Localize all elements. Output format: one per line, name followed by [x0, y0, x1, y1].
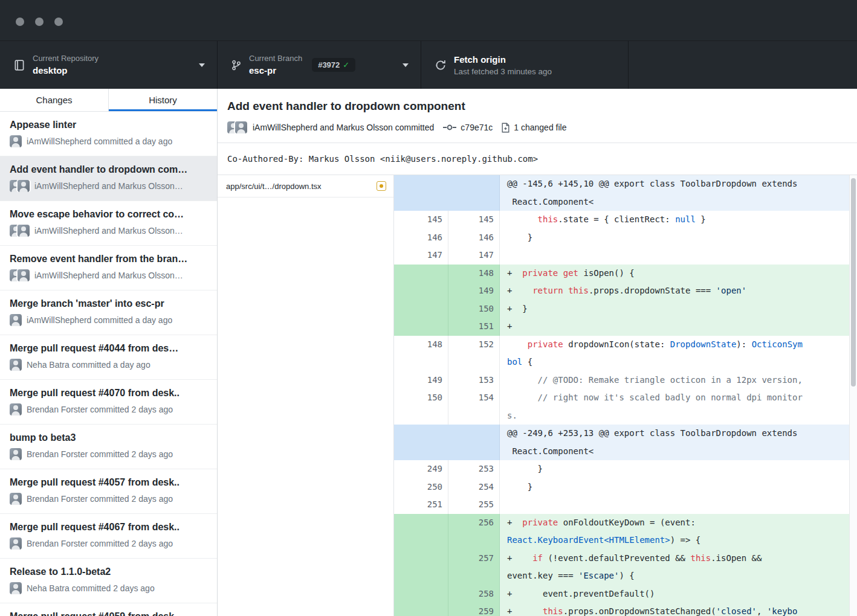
hunk-gutter	[394, 175, 500, 211]
diff-line-added: 149+ return this.props.dropdownState ===…	[394, 282, 857, 300]
old-line-number: 150	[394, 389, 448, 425]
history-commit-item[interactable]: Remove event handler from the bran…iAmWi…	[0, 246, 217, 290]
diff-line-added: 150+ }	[394, 300, 857, 318]
old-line-number	[394, 300, 448, 318]
tab-history[interactable]: History	[108, 89, 217, 111]
diff-line-context: 148152 private dropdownIcon(state: Dropd…	[394, 336, 857, 371]
diff-code: private dropdownIcon(state: DropdownStat…	[500, 336, 857, 371]
old-line-number: 148	[394, 336, 448, 371]
git-commit-icon	[442, 123, 457, 132]
history-commit-item[interactable]: Merge branch 'master' into esc-priAmWill…	[0, 290, 217, 335]
old-line-number: 250	[394, 478, 448, 496]
history-commit-item[interactable]: Merge pull request #4070 from desk..Bren…	[0, 380, 217, 425]
history-commit-item[interactable]: bump to beta3Brendan Forster committed 2…	[0, 425, 217, 469]
history-commit-item[interactable]: Release to 1.1.0-beta2Neha Batra committ…	[0, 559, 217, 603]
avatar	[18, 180, 30, 192]
changed-file-icon	[501, 123, 510, 133]
history-commit-item[interactable]: Appease linteriAmWillShepherd committed …	[0, 112, 217, 156]
minimize-button[interactable]	[35, 18, 44, 26]
sync-icon	[435, 59, 447, 72]
toolbar-filler	[629, 41, 857, 89]
commit-list-byline: Brendan Forster committed 2 days ago	[10, 403, 207, 415]
coauthor-line: Co-Authored-By: Markus Olsson <niik@user…	[218, 143, 857, 175]
old-line-number: 149	[394, 371, 448, 390]
diff-code: }	[500, 460, 857, 478]
check-icon: ✓	[343, 60, 349, 69]
diff-line-context: 251255	[394, 496, 857, 514]
byline-text: Neha Batra committed a day ago	[27, 360, 150, 370]
branch-picker[interactable]: Current Branch esc-pr #3972 ✓	[218, 41, 421, 89]
new-line-number: 255	[448, 496, 500, 514]
git-branch-icon	[231, 59, 242, 72]
hunk-gutter	[394, 425, 500, 460]
commit-list-byline: Brendan Forster committed 2 days ago	[10, 448, 207, 460]
commit-list-title: Merge branch 'master' into esc-pr	[10, 297, 207, 310]
diff-code: this.state = { clientRect: null }	[500, 211, 857, 229]
diff-scrollbar[interactable]	[851, 178, 856, 387]
diff-hunk-header: @@ -145,6 +145,10 @@ export class Toolba…	[394, 175, 857, 211]
changed-files-panel: app/src/ui/t…/dropdown.tsx	[218, 175, 394, 616]
chevron-down-icon	[199, 63, 205, 67]
tab-changes[interactable]: Changes	[0, 89, 108, 111]
commit-list-byline: iAmWillShepherd committed a day ago	[10, 135, 207, 147]
commit-detail: Add event handler to dropdown component …	[218, 89, 857, 616]
commit-message-title: Add event handler to dropdown component	[227, 99, 847, 114]
history-commit-item[interactable]: Merge pull request #4057 from desk..Bren…	[0, 469, 217, 514]
old-line-number	[394, 585, 448, 603]
repository-label: Current Repository	[33, 54, 99, 63]
repository-picker[interactable]: Current Repository desktop	[0, 41, 218, 89]
avatar-group	[10, 180, 30, 192]
pr-number: #3972	[318, 60, 340, 69]
diff-code: @@ -249,6 +253,13 @@ export class Toolba…	[500, 425, 857, 460]
commit-list-byline: iAmWillShepherd and Markus Olsson…	[10, 225, 207, 237]
avatar	[10, 403, 22, 415]
byline-text: iAmWillShepherd and Markus Olsson…	[34, 271, 183, 280]
changed-file-item[interactable]: app/src/ui/t…/dropdown.tsx	[218, 175, 393, 197]
tab-changes-label: Changes	[36, 95, 72, 105]
diff-line-added: 151+	[394, 318, 857, 336]
committer-avatars	[227, 121, 247, 133]
zoom-button[interactable]	[54, 18, 63, 26]
commit-list-title: Remove event handler from the bran…	[10, 252, 207, 265]
history-commit-item[interactable]: Merge pull request #4044 from des…Neha B…	[0, 335, 217, 380]
diff-code	[500, 496, 857, 514]
fetch-origin-button[interactable]: Fetch origin Last fetched 3 minutes ago	[421, 41, 629, 89]
diff-code: // right now it's scaled badly on normal…	[500, 389, 857, 425]
modified-status-icon	[377, 181, 386, 191]
avatar-group	[10, 269, 30, 281]
commit-list-title: Merge pull request #4057 from desk..	[10, 476, 207, 489]
history-commit-item[interactable]: Merge pull request #4067 from desk..Bren…	[0, 514, 217, 559]
new-line-number: 145	[448, 211, 500, 229]
tab-history-label: History	[149, 95, 177, 105]
diff-line-context: 149153 // @TODO: Remake triangle octicon…	[394, 371, 857, 390]
diff-line-added: 258+ event.preventDefault()	[394, 585, 857, 603]
diff-code: // @TODO: Remake triangle octicon in a 1…	[500, 371, 857, 390]
avatar-group	[10, 493, 22, 505]
avatar-group	[10, 582, 22, 594]
avatar	[10, 448, 22, 460]
avatar-group	[10, 314, 22, 326]
diff-code: + private onFoldoutKeyDown = (event: Rea…	[500, 514, 857, 550]
commit-list-title: Appease linter	[10, 118, 207, 131]
commit-list-byline: Brendan Forster committed 2 days ago	[10, 537, 207, 550]
changed-files-count: 1 changed file	[514, 123, 566, 132]
byline-text: Brendan Forster committed 2 days ago	[27, 494, 173, 504]
byline-text: Brendan Forster committed 2 days ago	[27, 405, 173, 414]
history-commit-item[interactable]: Add event handler to dropdown com…iAmWil…	[0, 156, 217, 201]
diff-line-context: 250254 }	[394, 478, 857, 496]
commit-list-byline: Neha Batra committed 2 days ago	[10, 582, 207, 594]
close-button[interactable]	[16, 18, 24, 26]
history-commit-item[interactable]: Merge pull request #4059 from desk..	[0, 603, 217, 616]
fetch-title: Fetch origin	[454, 54, 552, 65]
diff-code: + private get isOpen() {	[500, 265, 857, 283]
sidebar-tabs: Changes History	[0, 89, 217, 112]
history-commit-item[interactable]: Move escape behavior to correct co…iAmWi…	[0, 201, 217, 246]
avatar	[18, 269, 30, 281]
file-path: app/src/ui/t…/dropdown.tsx	[226, 182, 377, 191]
byline-text: Neha Batra committed 2 days ago	[27, 583, 155, 593]
fetch-subtitle: Last fetched 3 minutes ago	[454, 66, 552, 77]
avatar	[18, 225, 30, 237]
new-line-number: 258	[448, 585, 500, 603]
branch-label: Current Branch	[249, 54, 302, 63]
avatar	[10, 359, 22, 371]
